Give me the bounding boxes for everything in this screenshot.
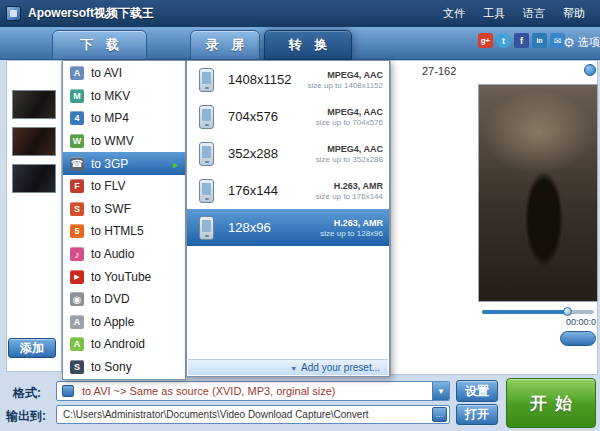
tab-download[interactable]: 下载 [52, 30, 147, 60]
format-menu-item-apple[interactable]: to Apple [63, 311, 185, 334]
format-menu-item-avi[interactable]: to AVI [63, 62, 185, 85]
preset-size-hint: size up to 1408x1152 [308, 81, 383, 90]
format-menu-item-label: to FLV [91, 179, 125, 193]
menubar: 文件 工具 语言 帮助 [434, 0, 600, 27]
add-file-button[interactable]: 添加 [8, 338, 56, 358]
preset-resolution: 352x288 [228, 146, 278, 161]
tab-convert[interactable]: 转换 [264, 30, 352, 60]
swf-icon [70, 202, 84, 216]
seek-progress [482, 310, 565, 314]
preset-size-hint: size up to 128x96 [320, 229, 383, 238]
social-links [478, 33, 565, 48]
format-menu-item-flv[interactable]: to FLV [63, 175, 185, 198]
preset-resolution: 704x576 [228, 109, 278, 124]
preset-size-hint: size up to 176x144 [316, 192, 383, 201]
sony-icon [70, 360, 84, 374]
format-menu-item-label: to WMV [91, 134, 134, 148]
options-button[interactable]: 选项 [563, 35, 600, 50]
menu-help[interactable]: 帮助 [554, 0, 594, 27]
apple-icon [70, 315, 84, 329]
format-menu-item-label: to YouTube [91, 270, 151, 284]
twitter-icon[interactable] [496, 33, 511, 48]
titlebar: Apowersoft视频下载王 文件 工具 语言 帮助 [0, 0, 600, 27]
menu-tools[interactable]: 工具 [474, 0, 514, 27]
preset-size-hint: size up to 352x288 [316, 155, 383, 164]
format-menu-item-label: to MKV [91, 89, 130, 103]
facebook-icon[interactable] [514, 33, 529, 48]
menu-language[interactable]: 语言 [514, 0, 554, 27]
video-preview-image [478, 84, 598, 302]
playback-time: 00:00:0 [538, 317, 596, 327]
info-icon[interactable] [584, 64, 596, 76]
video-thumbnail[interactable] [12, 127, 56, 156]
format-menu-item-3gp[interactable]: to 3GP [63, 152, 185, 175]
output-label: 输出到: [6, 408, 46, 425]
format-menu-item-swf[interactable]: to SWF [63, 198, 185, 221]
format-menu-item-label: to 3GP [91, 157, 128, 171]
3gp-icon [70, 157, 84, 171]
tab-record[interactable]: 录屏 [190, 30, 260, 60]
file-list-panel [6, 60, 62, 372]
preset-resolution: 1408x1152 [228, 72, 291, 87]
app-window: Apowersoft视频下载王 文件 工具 语言 帮助 下载 录屏 转换 选项 … [0, 0, 600, 431]
open-folder-button[interactable]: 打开 [456, 404, 498, 425]
format-menu-item-youtube[interactable]: to YouTube [63, 265, 185, 288]
preset-row[interactable]: 176x144 H.263, AMR size up to 176x144 [187, 172, 389, 209]
format-menu-item-label: to SWF [91, 202, 131, 216]
browse-folder-button[interactable] [432, 407, 447, 422]
format-menu-item-mkv[interactable]: to MKV [63, 85, 185, 108]
seek-handle[interactable] [563, 307, 572, 316]
dvd-icon [70, 292, 84, 306]
googleplus-icon[interactable] [478, 33, 493, 48]
preset-row[interactable]: 704x576 MPEG4, AAC size up to 704x576 [187, 98, 389, 135]
linkedin-icon[interactable] [532, 33, 547, 48]
add-preset-link[interactable]: Add your preset... [188, 359, 388, 375]
format-menu-item-dvd[interactable]: to DVD [63, 288, 185, 311]
preset-codec: MPEG4, AAC [316, 107, 383, 117]
format-menu-item-audio[interactable]: to Audio [63, 243, 185, 266]
phone-icon [199, 216, 214, 240]
format-menu-item-android[interactable]: to Android [63, 333, 185, 356]
format-menu-item-wmv[interactable]: to WMV [63, 130, 185, 153]
dropdown-arrow-icon[interactable] [432, 382, 449, 400]
submenu-arrow-icon [171, 157, 180, 171]
start-button[interactable]: 开始 [506, 378, 596, 428]
seek-bar[interactable] [482, 310, 594, 314]
phone-icon [199, 179, 214, 203]
flv-icon [70, 179, 84, 193]
format-menu-item-mp4[interactable]: to MP4 [63, 107, 185, 130]
preset-row[interactable]: 352x288 MPEG4, AAC size up to 352x288 [187, 135, 389, 172]
phone-icon [199, 105, 214, 129]
format-menu-item-html5[interactable]: to HTML5 [63, 220, 185, 243]
format-menu-item-label: to Android [91, 337, 145, 351]
format-menu-item-label: to HTML5 [91, 224, 144, 238]
video-thumbnail[interactable] [12, 164, 56, 193]
preset-submenu: 1408x1152 MPEG4, AAC size up to 1408x115… [186, 60, 390, 377]
preset-row[interactable]: 1408x1152 MPEG4, AAC size up to 1408x115… [187, 61, 389, 98]
preset-size-hint: size up to 704x576 [316, 118, 383, 127]
format-menu: to AVI to MKV to MP4 to WMV to 3GP to FL… [62, 60, 186, 380]
preset-codec: H.263, AMR [316, 181, 383, 191]
format-menu-item-label: to Audio [91, 247, 134, 261]
output-path-field[interactable]: C:\Users\Administrator\Documents\Video D… [56, 405, 450, 424]
format-label: 格式: [13, 385, 41, 402]
format-menu-item-label: to Sony [91, 360, 132, 374]
menu-file[interactable]: 文件 [434, 0, 474, 27]
options-label: 选项 [578, 35, 600, 50]
format-select-value: to AVI ~> Same as source (XVID, MP3, org… [82, 385, 336, 397]
wmv-icon [70, 134, 84, 148]
filename-fragment: 27-162 [422, 65, 456, 77]
settings-button[interactable]: 设置 [456, 380, 498, 402]
format-menu-item-sony[interactable]: to Sony [63, 356, 185, 379]
avi-icon [70, 66, 84, 80]
format-menu-item-label: to AVI [91, 66, 122, 80]
preset-codec: MPEG4, AAC [316, 144, 383, 154]
video-thumbnail[interactable] [12, 90, 56, 119]
preset-row-selected[interactable]: 128x96 H.263, AMR size up to 128x96 [187, 209, 389, 246]
add-preset-label: Add your preset... [301, 362, 380, 373]
format-menu-item-label: to DVD [91, 292, 130, 306]
player-control-button[interactable] [560, 331, 596, 346]
mp4-icon [70, 111, 84, 125]
preset-codec: H.263, AMR [320, 218, 383, 228]
format-select-dropdown[interactable]: to AVI ~> Same as source (XVID, MP3, org… [56, 381, 450, 401]
